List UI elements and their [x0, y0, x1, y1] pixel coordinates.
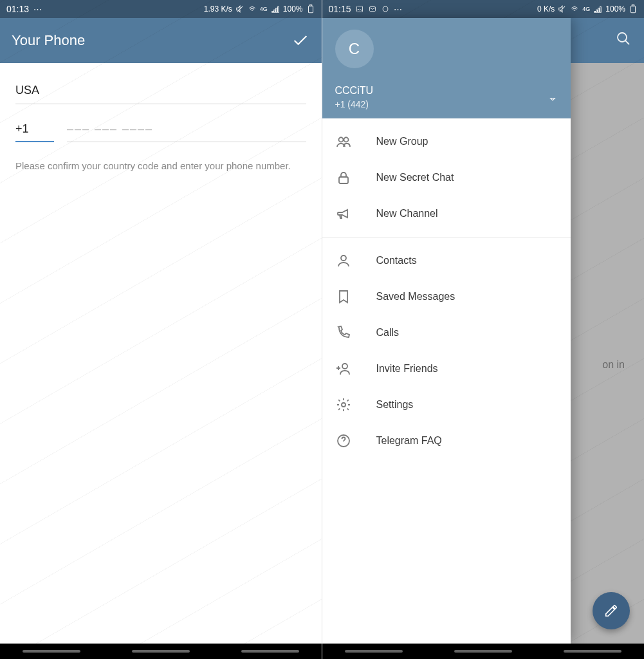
mute-icon [558, 5, 567, 14]
svg-point-4 [383, 6, 388, 12]
svg-point-7 [618, 33, 627, 42]
signal-icon [271, 5, 280, 14]
mute-icon [235, 5, 244, 14]
status-time: 01:13 [6, 4, 29, 14]
nav-home[interactable] [454, 650, 512, 653]
account-expand-button[interactable] [546, 93, 559, 106]
drawer-item-new-channel[interactable]: New Channel [322, 196, 571, 232]
svg-rect-0 [308, 6, 313, 12]
drawer-item-label: New Group [376, 136, 428, 147]
status-bar: 01:15 ⋯ 0 K/s 4G 100% [322, 0, 645, 18]
phone-icon [335, 324, 352, 341]
svg-point-11 [341, 255, 346, 261]
phone-screen-drawer: 01:15 ⋯ 0 K/s 4G 100% on in [322, 0, 645, 659]
nav-recent[interactable] [23, 650, 80, 653]
app-bar: Your Phone [0, 18, 322, 63]
drawer-item-label: Settings [376, 399, 414, 411]
hint-text: Please confirm your country code and ent… [15, 159, 306, 174]
lock-icon [335, 169, 352, 186]
drawer-item-label: Saved Messages [376, 291, 455, 302]
nav-recent[interactable] [345, 650, 403, 653]
drawer-item-telegram-faq[interactable]: Telegram FAQ [322, 423, 571, 459]
help-icon [335, 432, 352, 449]
confirm-button[interactable] [291, 31, 310, 50]
drawer-phone: +1 (442) [335, 99, 558, 109]
drawer-item-label: Calls [376, 327, 400, 339]
drawer-item-label: New Channel [376, 208, 438, 219]
android-nav-bar [0, 644, 322, 659]
drawer-divider [322, 237, 571, 237]
country-code-input[interactable]: +1 [15, 116, 54, 142]
drawer-item-invite-friends[interactable]: Invite Friends [322, 351, 571, 387]
status-data-rate: 0 K/s [537, 5, 555, 14]
avatar[interactable]: C [335, 30, 374, 68]
status-bar: 01:13 ⋯ 1.93 K/s 4G 100% [0, 0, 322, 18]
status-icons-left: ⋯ [33, 5, 42, 14]
drawer-list: New GroupNew Secret ChatNew ChannelConta… [322, 118, 571, 644]
drawer-item-contacts[interactable]: Contacts [322, 243, 571, 279]
country-selector[interactable]: USA [15, 76, 306, 104]
drawer-item-new-secret-chat[interactable]: New Secret Chat [322, 160, 571, 196]
svg-rect-6 [632, 5, 634, 6]
drawer-item-label: Contacts [376, 255, 417, 266]
drawer-item-saved-messages[interactable]: Saved Messages [322, 279, 571, 315]
person-icon [335, 252, 352, 269]
notif-image-icon [355, 5, 364, 14]
wifi-icon [248, 5, 257, 14]
page-title: Your Phone [12, 32, 85, 49]
phone-screen-login: 01:13 ⋯ 1.93 K/s 4G 100% Your Phone USA [0, 0, 322, 659]
svg-point-12 [342, 364, 347, 369]
drawer-item-new-group[interactable]: New Group [322, 124, 571, 160]
drawer-item-settings[interactable]: Settings [322, 387, 571, 423]
svg-point-9 [344, 138, 348, 142]
svg-point-13 [342, 403, 345, 407]
svg-point-8 [338, 138, 343, 142]
svg-rect-10 [339, 177, 348, 183]
compose-fab[interactable] [593, 592, 630, 629]
notif-mail-icon [368, 5, 377, 14]
svg-rect-5 [631, 6, 636, 12]
nav-back[interactable] [564, 650, 621, 653]
login-form: USA +1 ––– ––– –––– Please confirm your … [0, 63, 322, 187]
battery-icon [306, 5, 315, 14]
group-icon [335, 133, 352, 150]
drawer-item-label: Telegram FAQ [376, 435, 442, 447]
phone-number-input[interactable]: ––– ––– –––– [67, 116, 306, 142]
status-data-rate: 1.93 K/s [204, 5, 232, 14]
wifi-icon [570, 5, 579, 14]
svg-rect-2 [356, 6, 362, 12]
android-nav-bar [322, 644, 645, 659]
background-text: on in [602, 359, 625, 371]
bookmark-icon [335, 288, 352, 305]
drawer-item-label: Invite Friends [376, 363, 438, 375]
svg-rect-1 [309, 5, 312, 6]
drawer-header: C CCCiTU +1 (442) [322, 18, 571, 118]
status-more-icon: ⋯ [394, 5, 403, 14]
megaphone-icon [335, 205, 352, 222]
nav-back[interactable] [241, 650, 299, 653]
drawer-item-calls[interactable]: Calls [322, 315, 571, 351]
battery-pct: 100% [605, 5, 625, 14]
search-button[interactable] [616, 31, 632, 48]
status-time: 01:15 [329, 4, 351, 14]
navigation-drawer: C CCCiTU +1 (442) New GroupNew Secret Ch… [322, 18, 571, 644]
notif-chat-icon [381, 5, 390, 14]
battery-pct: 100% [283, 5, 303, 14]
gear-icon [335, 396, 352, 413]
battery-icon [629, 5, 638, 14]
status-net: 4G [260, 6, 268, 12]
nav-home[interactable] [132, 650, 190, 653]
drawer-username: CCCiTU [335, 85, 558, 97]
drawer-item-label: New Secret Chat [376, 172, 454, 183]
signal-icon [593, 5, 602, 14]
status-net: 4G [582, 6, 590, 12]
addperson-icon [335, 360, 352, 377]
